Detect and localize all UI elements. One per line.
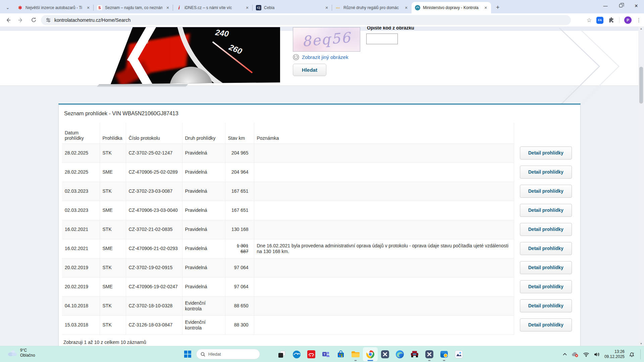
page-scrollbar[interactable]: ▲ ▼ (638, 26, 644, 346)
toolbar-separator (619, 17, 620, 23)
cell-prohlidka: SME (100, 201, 126, 220)
taskbar-clock[interactable]: 13:26 09.12.2025 (604, 349, 625, 359)
close-button[interactable]: ✕ (629, 0, 644, 11)
start-button[interactable] (184, 350, 192, 358)
photos-app-icon[interactable] (451, 347, 466, 361)
cell-stav-km: 204 965 (225, 143, 254, 163)
extensions-puzzle-icon[interactable] (608, 17, 614, 23)
col-stav-km: Stav km (225, 123, 254, 143)
tab-search-button[interactable]: ⌄ (3, 2, 13, 12)
tab-close-icon[interactable]: ✕ (404, 5, 409, 10)
tab-ministerstvo-dopravy[interactable]: ◠ Ministerstvo dopravy - Kontrola ✕ (412, 2, 491, 13)
captcha-code-text: 8eq56 (301, 29, 352, 50)
edge-icon[interactable] (392, 347, 407, 361)
cell-stav-km: 167 651 (225, 201, 254, 220)
cell-datum: 20.02.2019 (62, 258, 100, 277)
reload-button[interactable] (29, 15, 38, 25)
cell-stav-km: 1 301 687 (225, 239, 254, 258)
car-game-icon[interactable] (407, 347, 422, 361)
chevron-decoration (555, 28, 626, 108)
taskbar-search[interactable]: Hledat (196, 349, 260, 359)
address-bar[interactable]: kontrolatachometru.cz/Home/Search (41, 15, 571, 25)
weather-widget[interactable]: 9°C Oblačno (7, 348, 35, 358)
tab-close-icon[interactable]: ✕ (483, 5, 488, 10)
table-row: 02.03.2023 SME CZ-470906-23-03-0040 Prav… (62, 201, 578, 220)
back-button[interactable] (3, 15, 13, 25)
show-desktop-button[interactable] (640, 349, 641, 359)
detail-button[interactable]: Detail prohlídky (520, 166, 572, 179)
cell-cislo: CZ-3702-21-02-0835 (126, 220, 182, 239)
onedrive-error-icon[interactable] (572, 352, 579, 357)
detail-button[interactable]: Detail prohlídky (520, 146, 572, 160)
cloud-icon (7, 350, 17, 357)
cell-poznamka (254, 201, 514, 220)
table-header-row: Datum prohlídky Prohlídka Číslo protokol… (62, 123, 578, 143)
scroll-up-arrow[interactable]: ▲ (640, 27, 643, 30)
forward-button[interactable] (16, 15, 25, 25)
tab-regaly[interactable]: ▪▪▪ Různé druhy regálů pro domác ✕ (332, 2, 412, 13)
window-controls: — ✕ (598, 0, 644, 11)
cell-stav-km: 97 064 (225, 258, 254, 277)
app-x-icon-2[interactable] (422, 347, 437, 361)
profile-avatar[interactable]: P (624, 16, 632, 24)
table-row: 28.02.2025 STK CZ-3702-25-02-1247 Pravid… (62, 143, 578, 163)
task-view-icon[interactable] (274, 347, 289, 361)
tab-close-icon[interactable]: ✕ (324, 5, 329, 10)
tray-chevron-icon[interactable] (562, 353, 567, 356)
inspections-table: Datum prohlídky Prohlídka Číslo protokol… (62, 123, 578, 335)
tab-seznam[interactable]: S Seznam – najdu tam, co neznám ✕ (94, 2, 173, 13)
restore-button[interactable] (613, 0, 629, 11)
cell-cislo: CZ-470906-19-02-0247 (126, 277, 182, 296)
cell-stav-km: 88 300 (225, 315, 254, 335)
cell-prohlidka: STK (100, 315, 126, 335)
cell-druh: Pravidelná (182, 277, 225, 296)
minimize-button[interactable]: — (598, 0, 613, 11)
scroll-down-arrow[interactable]: ▼ (640, 342, 643, 345)
detail-button[interactable]: Detail prohlídky (520, 261, 572, 274)
scrollbar-thumb[interactable] (639, 67, 643, 104)
app-x-icon[interactable] (378, 347, 392, 361)
detail-button[interactable]: Detail prohlídky (520, 242, 572, 255)
detail-button[interactable]: Detail prohlídky (520, 280, 572, 293)
show-other-image-link[interactable]: Zobrazit jiný obrázek (302, 54, 348, 60)
cell-cislo: CZ-3702-23-03-0087 (126, 182, 182, 201)
cebia-favicon: C| (256, 5, 261, 10)
wifi-icon[interactable] (583, 352, 589, 357)
teams-icon[interactable]: T (319, 347, 333, 361)
detail-button[interactable]: Detail prohlídky (520, 318, 572, 331)
microsoft-store-icon[interactable] (333, 347, 348, 361)
tab-idnes[interactable]: i iDNES.cz – s námi víte víc ✕ (173, 2, 253, 13)
captcha-input[interactable] (366, 34, 398, 44)
detail-button[interactable]: Detail prohlídky (520, 185, 572, 198)
browser-menu-icon[interactable]: ⋮ (636, 17, 641, 23)
refresh-icon[interactable] (293, 54, 299, 60)
cell-stav-km: 88 650 (225, 296, 254, 315)
detail-button[interactable]: Detail prohlídky (520, 223, 572, 236)
cell-cislo: CZ-470906-23-03-0040 (126, 201, 182, 220)
tab-autobazary[interactable]: ✱ Největší inzerce autobazarů - Ti ✕ (14, 2, 94, 13)
outlook-icon[interactable] (437, 347, 451, 361)
cell-prohlidka: SME (100, 239, 126, 258)
openoffice-icon[interactable] (289, 347, 304, 361)
file-explorer-icon[interactable] (348, 347, 363, 361)
tab-cebia[interactable]: C| Cebia ✕ (253, 2, 332, 13)
tab-close-icon[interactable]: ✕ (165, 5, 170, 10)
tipcars-icon[interactable] (304, 347, 319, 361)
volume-icon[interactable] (594, 352, 600, 357)
chrome-icon[interactable] (363, 347, 378, 361)
cell-prohlidka: STK (100, 258, 126, 277)
bookmark-star-icon[interactable]: ☆ (587, 17, 592, 24)
svg-text:z: z (633, 352, 634, 354)
tab-close-icon[interactable]: ✕ (86, 5, 91, 10)
notifications-bell-icon[interactable]: z (629, 352, 635, 357)
taskbar: 9°C Oblačno Hledat T (0, 346, 644, 362)
cell-poznamka (254, 220, 514, 239)
detail-button[interactable]: Detail prohlídky (520, 299, 572, 312)
search-submit-button[interactable]: Hledat (293, 64, 326, 76)
detail-button[interactable]: Detail prohlídky (520, 204, 572, 217)
fa-extension-icon[interactable]: FA (596, 17, 603, 24)
new-tab-button[interactable]: + (493, 3, 502, 12)
tab-title: iDNES.cz – s námi víte víc (184, 5, 242, 10)
site-settings-icon[interactable] (46, 17, 51, 23)
tab-close-icon[interactable]: ✕ (245, 5, 250, 10)
